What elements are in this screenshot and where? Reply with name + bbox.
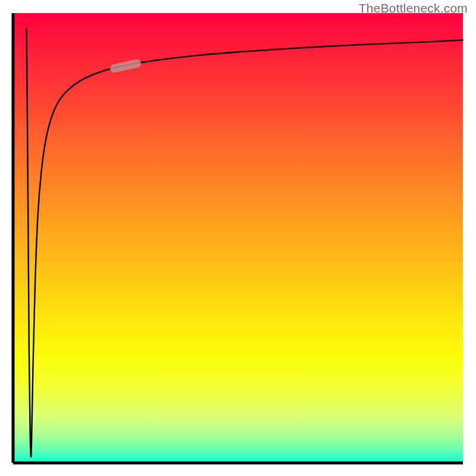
bottleneck-curve [27, 29, 463, 456]
chart-frame: TheBottleneck.com [0, 0, 476, 476]
highlight-segment [114, 64, 137, 68]
curve-layer [0, 0, 476, 476]
watermark-text: TheBottleneck.com [359, 1, 468, 15]
